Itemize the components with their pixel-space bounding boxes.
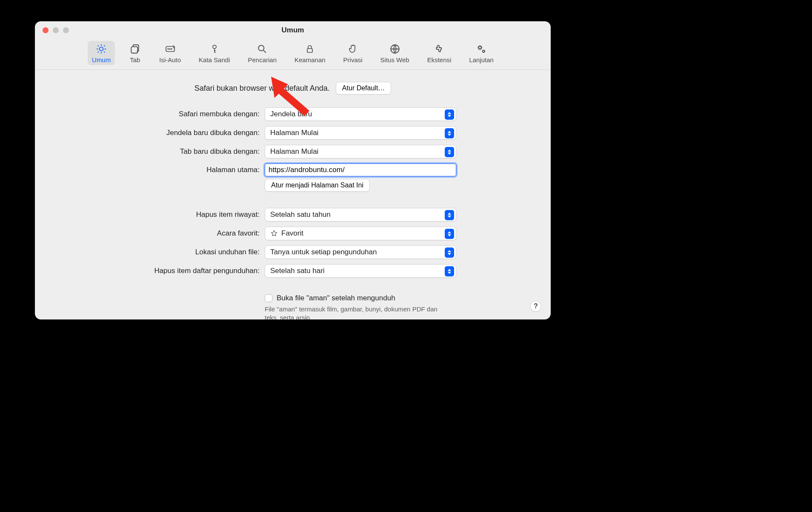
- tabs-icon: [129, 43, 141, 55]
- tab-privasi[interactable]: Privasi: [339, 41, 367, 65]
- chevron-updown-icon: [445, 229, 454, 239]
- tab-label: Umum: [92, 56, 111, 63]
- puzzle-icon: [433, 43, 446, 55]
- svg-point-4: [169, 49, 170, 49]
- tab-lanjutan[interactable]: Lanjutan: [465, 41, 498, 65]
- autofill-icon: [164, 43, 177, 55]
- select-favorites[interactable]: Favorit: [265, 227, 456, 240]
- key-icon: [208, 43, 221, 55]
- help-glyph: ?: [534, 302, 538, 310]
- chevron-updown-icon: [445, 247, 454, 258]
- open-safe-files-description: File "aman" termasuk film, gambar, bunyi…: [265, 305, 443, 319]
- content-area: Safari bukan browser web default Anda. A…: [35, 70, 551, 319]
- tab-label: Lanjutan: [469, 56, 494, 63]
- globe-icon: [389, 43, 401, 55]
- select-download-clear[interactable]: Setelah satu hari: [265, 264, 456, 278]
- star-icon: [270, 230, 278, 237]
- select-download-location[interactable]: Tanya untuk setiap pengunduhan: [265, 245, 456, 259]
- tab-tab[interactable]: Tab: [124, 41, 146, 65]
- svg-point-11: [483, 50, 485, 52]
- label-download-loc: Lokasi unduhan file:: [48, 248, 265, 256]
- tab-label: Pencarian: [248, 56, 277, 63]
- tab-pencarian[interactable]: Pencarian: [243, 41, 281, 65]
- svg-rect-8: [307, 49, 312, 52]
- window-title: Umum: [35, 26, 551, 35]
- tab-label: Situs Web: [380, 56, 409, 63]
- select-value: Jendela baru: [270, 110, 312, 118]
- default-browser-banner: Safari bukan browser web default Anda.: [194, 84, 330, 93]
- select-value: Setelah satu tahun: [270, 210, 331, 219]
- svg-point-0: [100, 47, 103, 51]
- lock-icon: [303, 43, 316, 55]
- svg-point-5: [171, 49, 172, 49]
- select-value: Tanya untuk setiap pengunduhan: [270, 248, 377, 256]
- svg-rect-1: [132, 47, 138, 53]
- homepage-input[interactable]: [265, 164, 456, 176]
- open-safe-files-label: Buka file "aman" setelah mengunduh: [277, 294, 395, 302]
- svg-point-6: [213, 45, 216, 49]
- hand-icon: [346, 43, 359, 55]
- set-current-page-button[interactable]: Atur menjadi Halaman Saat Ini: [265, 179, 370, 192]
- help-button[interactable]: ?: [530, 301, 541, 312]
- tab-label: Kata Sandi: [199, 56, 230, 63]
- tab-label: Isi-Auto: [159, 56, 181, 63]
- svg-point-3: [168, 49, 169, 49]
- svg-point-7: [259, 45, 264, 51]
- tab-kata-sandi[interactable]: Kata Sandi: [194, 41, 234, 65]
- chevron-updown-icon: [445, 128, 454, 138]
- gears-icon: [475, 43, 488, 55]
- gear-icon: [95, 43, 108, 55]
- preferences-toolbar: Umum Tab Isi-Auto Kata Sandi Pencarian: [35, 39, 551, 70]
- set-default-button[interactable]: Atur Default…: [336, 82, 391, 95]
- chevron-updown-icon: [445, 147, 454, 157]
- tab-label: Keamanan: [294, 56, 326, 63]
- chevron-updown-icon: [445, 266, 454, 276]
- tab-situs-web[interactable]: Situs Web: [376, 41, 414, 65]
- chevron-updown-icon: [445, 109, 454, 120]
- titlebar: Umum: [35, 21, 551, 39]
- label-homepage: Halaman utama:: [48, 166, 265, 174]
- select-new-tab[interactable]: Halaman Mulai: [265, 145, 456, 158]
- label-fav-event: Acara favorit:: [48, 229, 265, 238]
- search-icon: [256, 43, 269, 55]
- label-history: Hapus item riwayat:: [48, 210, 265, 219]
- tab-umum[interactable]: Umum: [88, 41, 115, 65]
- label-new-window: Jendela baru dibuka dengan:: [48, 129, 265, 137]
- tab-label: Privasi: [343, 56, 363, 63]
- preferences-window: Umum Umum Tab Isi-Auto Kata Sandi: [35, 21, 551, 319]
- chevron-updown-icon: [445, 210, 454, 220]
- open-safe-files-checkbox[interactable]: [265, 294, 272, 302]
- label-new-tab: Tab baru dibuka dengan:: [48, 147, 265, 156]
- tab-ekstensi[interactable]: Ekstensi: [423, 41, 456, 65]
- select-value: Halaman Mulai: [270, 129, 318, 137]
- tab-label: Ekstensi: [427, 56, 452, 63]
- select-opens-with[interactable]: Jendela baru: [265, 107, 456, 121]
- tab-keamanan[interactable]: Keamanan: [290, 41, 330, 65]
- select-value: Halaman Mulai: [270, 147, 318, 156]
- tab-isi-auto[interactable]: Isi-Auto: [155, 41, 185, 65]
- select-value: Favorit: [281, 229, 303, 238]
- tab-label: Tab: [130, 56, 140, 63]
- select-history[interactable]: Setelah satu tahun: [265, 208, 456, 221]
- label-download-clear: Hapus item daftar pengunduhan:: [48, 267, 265, 275]
- select-value: Setelah satu hari: [270, 267, 325, 275]
- label-opens-with: Safari membuka dengan:: [48, 110, 265, 118]
- select-new-window[interactable]: Halaman Mulai: [265, 126, 456, 140]
